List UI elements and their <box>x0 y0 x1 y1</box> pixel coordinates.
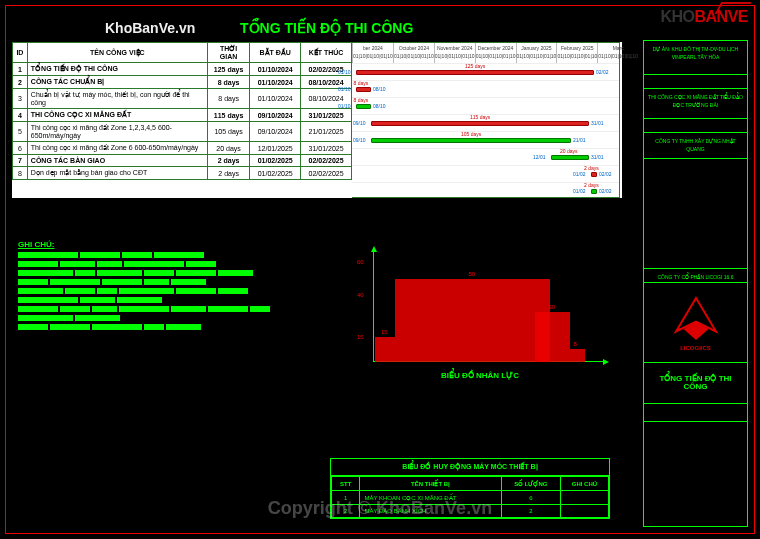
tb-contractor: CÔNG TY TNHH XÂY DỰNG NHẬT QUANG <box>644 133 747 159</box>
watermark-header: KhoBanVe.vn <box>105 20 195 36</box>
title-block: DỰ ÁN: KHU ĐÔ THỊ TM-DV-DU LỊCH VINPEARL… <box>643 40 748 527</box>
gantt-timeline: ber 202401|10|01|10|01|10October 202401|… <box>352 42 620 198</box>
gantt-bar <box>371 121 589 126</box>
cell-dur: 2 days <box>207 155 249 167</box>
cell-dur: 125 days <box>207 63 249 76</box>
table-row: 7CÔNG TÁC BÀN GIAO2 days01/02/202502/02/… <box>13 155 352 167</box>
table-row: 4THI CÔNG CỌC XI MĂNG ĐẤT115 days09/10/2… <box>13 109 352 122</box>
cell-end: 31/01/2025 <box>301 109 352 122</box>
table-row: 1MÁY KHOAN CỌC XI MĂNG ĐẤT6 <box>332 491 609 505</box>
tb-subcompany: CÔNG TY CỔ PHẦN LICOGI 16.6 <box>644 269 747 283</box>
tb-blank1 <box>644 75 747 89</box>
cell-dur: 8 days <box>207 76 249 89</box>
logo-caption: LICOGI/CS <box>680 344 711 352</box>
manpower-y-tick: 60 <box>357 259 364 265</box>
cell-id: 1 <box>13 63 28 76</box>
equip-col-note: GHI CHÚ <box>560 477 608 491</box>
table-row: 5Thi công cọc xi măng đất Zone 1,2,3,4,5… <box>13 122 352 142</box>
gantt-bar-end-date: 21/01 <box>573 137 586 143</box>
cell-name: Chuẩn bị vật tư, máy móc, thiết bị, con … <box>27 89 207 109</box>
cell-name: Thi công cọc xi măng đất Zone 1,2,3,4,5 … <box>27 122 207 142</box>
gantt-bar-end-date: 31/01 <box>591 120 604 126</box>
timeline-month: January 202501|10|01|10|01|10 <box>516 43 557 63</box>
timeline-month: December 202401|10|01|10|01|10 <box>475 43 516 63</box>
tb-blank2 <box>644 119 747 133</box>
gantt-bar-start-date: 01/02 <box>573 171 586 177</box>
timeline-month: February 202501|10|01|10|01|10 <box>556 43 597 63</box>
cell-idx: 2 <box>332 505 360 518</box>
equipment-caption: BIỂU ĐỒ HUY ĐỘNG MÁY MÓC THIẾT BỊ <box>331 459 609 476</box>
cell-end: 21/01/2025 <box>301 122 352 142</box>
cell-dur: 105 days <box>207 122 249 142</box>
cell-id: 3 <box>13 89 28 109</box>
gantt-row: 8 days01/1008/10 <box>352 97 619 114</box>
cell-start: 09/10/2024 <box>250 122 301 142</box>
cell-name: THI CÔNG CỌC XI MĂNG ĐẤT <box>27 109 207 122</box>
gantt-bar <box>356 70 594 75</box>
notes-block: GHI CHÚ: <box>18 240 318 333</box>
gantt-bar-start-date: 01/02 <box>573 188 586 194</box>
gantt-bar <box>371 138 571 143</box>
gantt-bar-start-date: 01/10 <box>338 69 351 75</box>
cell-id: 5 <box>13 122 28 142</box>
gantt-bar-end-date: 02/02 <box>596 69 609 75</box>
cell-note <box>560 491 608 505</box>
cell-dur: 8 days <box>207 89 249 109</box>
gantt-bar-start-date: 12/01 <box>533 154 546 160</box>
gantt-row: 8 days01/1008/10 <box>352 80 619 97</box>
gantt-bar <box>591 172 597 177</box>
gantt-bar <box>356 104 371 109</box>
watermark-logo: KHOBANVE <box>660 8 748 26</box>
cell-dur: 20 days <box>207 142 249 155</box>
col-name: TÊN CÔNG VIỆC <box>27 43 207 63</box>
gantt-bar-label: 125 days <box>465 63 485 69</box>
chart-title: BIỂU ĐỒ NHÂN LỰC <box>355 371 605 380</box>
cell-id: 2 <box>13 76 28 89</box>
cell-qty: 2 <box>501 505 560 518</box>
gantt-bar-label: 105 days <box>461 131 481 137</box>
tb-spacer <box>644 159 747 269</box>
manpower-value-label: 30 <box>549 304 556 310</box>
gantt-bar-label: 8 days <box>354 80 369 86</box>
chart-y-axis <box>373 250 374 362</box>
gantt-bar-label: 2 days <box>584 182 599 188</box>
table-row: 8Dọn dẹp mặt bằng bàn giao cho CĐT2 days… <box>13 167 352 180</box>
cell-start: 01/10/2024 <box>250 89 301 109</box>
equip-col-idx: STT <box>332 477 360 491</box>
cell-name: Thi công cọc xi măng đất Zone 6 600-650m… <box>27 142 207 155</box>
gantt-bar-label: 20 days <box>560 148 578 154</box>
manpower-y-tick: 15 <box>357 334 364 340</box>
table-row: 6Thi công cọc xi măng đất Zone 6 600-650… <box>13 142 352 155</box>
cell-name: MÁY KHOAN CỌC XI MĂNG ĐẤT <box>360 491 501 505</box>
note-line <box>18 297 318 306</box>
cell-dur: 115 days <box>207 109 249 122</box>
manpower-chart: 1550308154060 BIỂU ĐỒ NHÂN LỰC <box>355 250 605 380</box>
gantt-row: 2 days01/0202/02 <box>352 182 619 199</box>
cell-qty: 6 <box>501 491 560 505</box>
cell-name: MÁY ĐÀO BÁNH XÍCH <box>360 505 501 518</box>
tb-logo: LICOGI/CS <box>644 283 747 363</box>
note-line <box>18 324 318 333</box>
equipment-table: BIỂU ĐỒ HUY ĐỘNG MÁY MÓC THIẾT BỊ STT TÊ… <box>330 458 610 519</box>
tb-drawing-title: TỔNG TIẾN ĐỘ THI CÔNG <box>644 363 747 404</box>
cell-name: Dọn dẹp mặt bằng bàn giao cho CĐT <box>27 167 207 180</box>
gantt-bar-end-date: 08/10 <box>373 86 386 92</box>
cell-name: CÔNG TÁC CHUẨN BỊ <box>27 76 207 89</box>
schedule-table: ID TÊN CÔNG VIỆC THỜI GIAN BẮT ĐẦU KẾT T… <box>12 42 352 180</box>
gantt-bar <box>356 87 371 92</box>
cell-start: 12/01/2025 <box>250 142 301 155</box>
gantt-bar-start-date: 09/10 <box>353 120 366 126</box>
gantt-bar-end-date: 02/02 <box>599 188 612 194</box>
logo-icon <box>671 294 721 344</box>
tb-foot1 <box>644 404 747 422</box>
tb-foot2 <box>644 422 747 440</box>
gantt-row: 2 days01/0202/02 <box>352 165 619 182</box>
gantt-bar <box>591 189 597 194</box>
timeline-month: October 202401|10|01|10|01|10 <box>393 43 434 63</box>
cell-id: 6 <box>13 142 28 155</box>
note-line <box>18 315 318 324</box>
cell-name: TỔNG TIẾN ĐỘ THI CÔNG <box>27 63 207 76</box>
cell-end: 31/01/2025 <box>301 142 352 155</box>
table-row: 1TỔNG TIẾN ĐỘ THI CÔNG125 days01/10/2024… <box>13 63 352 76</box>
gantt-bar-end-date: 08/10 <box>373 103 386 109</box>
